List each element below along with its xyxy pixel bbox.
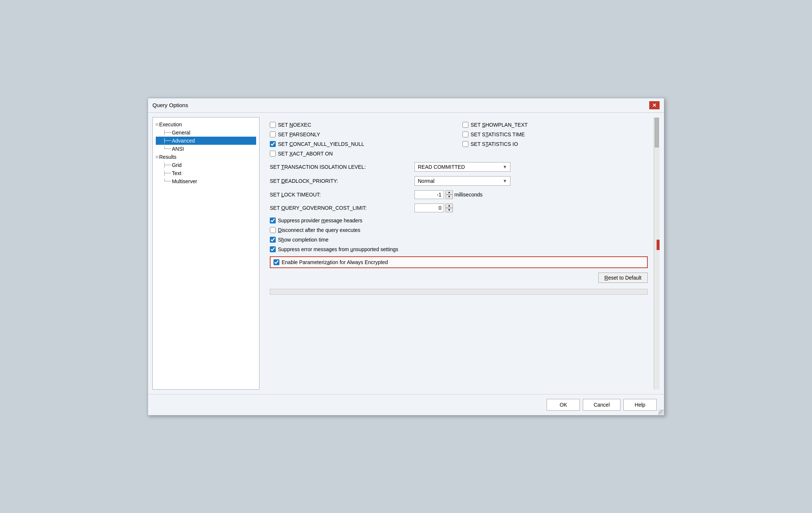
lock-timeout-row: SET LOCK TIMEOUT: ▲ ▼ milliseconds bbox=[270, 188, 648, 201]
tree-label-execution: Execution bbox=[159, 122, 182, 127]
tree-connector-grid: ├── bbox=[163, 163, 171, 168]
query-governor-input[interactable] bbox=[414, 204, 444, 212]
deadlock-priority-select[interactable]: Normal ▼ bbox=[414, 176, 510, 186]
enable-parameterization-row: Enable Parameterization for Always Encry… bbox=[270, 256, 648, 268]
tree-connector-general: ├── bbox=[163, 130, 171, 135]
query-governor-spinner-buttons: ▲ ▼ bbox=[445, 204, 453, 212]
tree-item-results[interactable]: ⊟ Results bbox=[156, 153, 256, 161]
checkbox-suppress-errors[interactable]: Suppress error messages from unsupported… bbox=[270, 246, 398, 252]
checkbox-suppress-msg[interactable]: Suppress provider message headers bbox=[270, 218, 362, 223]
query-governor-spinner: ▲ ▼ bbox=[414, 204, 453, 212]
checkbox-showplan[interactable]: SET SHOWPLAN_TEXT bbox=[462, 122, 528, 128]
tree-item-advanced[interactable]: ├── Advanced bbox=[156, 137, 256, 145]
scrollbar-thumb[interactable] bbox=[655, 118, 659, 147]
tree-connector-execution: ⊟ bbox=[156, 122, 158, 127]
chevron-down-icon: ▼ bbox=[503, 178, 507, 184]
checkbox-noexec[interactable]: SET NOEXEC bbox=[270, 122, 311, 128]
tree-item-general[interactable]: ├── General bbox=[156, 129, 256, 137]
transaction-isolation-value: READ COMMITTED bbox=[418, 164, 465, 170]
lock-timeout-decrement[interactable]: ▼ bbox=[445, 195, 453, 199]
tree-connector-ansi: └── bbox=[163, 146, 171, 151]
query-governor-row: SET QUERY_GOVERNOR_COST_LIMIT: ▲ ▼ bbox=[270, 201, 648, 215]
tree-item-multiserver[interactable]: └── Multiserver bbox=[156, 177, 256, 185]
tree-label-results: Results bbox=[159, 154, 176, 160]
lock-timeout-input[interactable] bbox=[414, 190, 444, 199]
transaction-isolation-row: SET TRANSACTION ISOLATION LEVEL: READ CO… bbox=[270, 160, 648, 174]
checkbox-parseonly[interactable]: SET PARSEONLY bbox=[270, 131, 320, 137]
tree-label-ansi: ANSI bbox=[172, 146, 184, 152]
deadlock-priority-row: SET DEADLOCK_PRIORITY: Normal ▼ bbox=[270, 174, 648, 188]
query-governor-label: SET QUERY_GOVERNOR_COST_LIMIT: bbox=[270, 205, 410, 211]
transaction-isolation-label: SET TRANSACTION ISOLATION LEVEL: bbox=[270, 164, 410, 170]
content-panel: SET NOEXEC SET PARSEONLY bbox=[264, 117, 660, 390]
tree-connector-advanced: ├── bbox=[163, 138, 171, 143]
lock-timeout-label: SET LOCK TIMEOUT: bbox=[270, 192, 410, 198]
tree-label-general: General bbox=[172, 130, 190, 136]
tree-item-execution[interactable]: ⊟ Execution bbox=[156, 120, 256, 129]
checkbox-statistics-time[interactable]: SET STATISTICS TIME bbox=[462, 131, 525, 137]
tree-item-grid[interactable]: ├── Grid bbox=[156, 161, 256, 169]
scroll-content: SET NOEXEC SET PARSEONLY bbox=[264, 117, 654, 390]
tree-panel: ⊟ Execution├── General├── Advanced└── AN… bbox=[152, 117, 259, 390]
tree-label-multiserver: Multiserver bbox=[172, 178, 197, 184]
scrollbar-red-marker bbox=[657, 240, 660, 250]
tree-connector-text: ├── bbox=[163, 171, 171, 176]
checkbox-statistics-io[interactable]: SET STATISTICS IO bbox=[462, 141, 518, 147]
dialog-footer: OK Cancel Help bbox=[148, 394, 664, 415]
dialog-title: Query Options bbox=[152, 102, 188, 108]
tree-item-text[interactable]: ├── Text bbox=[156, 169, 256, 177]
query-governor-increment[interactable]: ▲ bbox=[445, 204, 453, 208]
tree-item-ansi[interactable]: └── ANSI bbox=[156, 145, 256, 153]
checkbox-xact-abort[interactable]: SET XACT_ABORT ON bbox=[270, 151, 333, 157]
checkbox-disconnect[interactable]: Disconnect after the query executes bbox=[270, 227, 360, 233]
deadlock-priority-value: Normal bbox=[418, 178, 434, 184]
close-button[interactable]: ✕ bbox=[649, 101, 660, 109]
lock-timeout-spinner-buttons: ▲ ▼ bbox=[445, 190, 453, 199]
tree-label-text: Text bbox=[172, 170, 182, 176]
deadlock-priority-label: SET DEADLOCK_PRIORITY: bbox=[270, 178, 410, 184]
tree-connector-results: ⊟ bbox=[156, 154, 158, 160]
transaction-isolation-select[interactable]: READ COMMITTED ▼ bbox=[414, 162, 510, 172]
reset-to-default-button[interactable]: Reset to Default bbox=[598, 273, 648, 283]
query-governor-decrement[interactable]: ▼ bbox=[445, 208, 453, 212]
vertical-scrollbar[interactable] bbox=[654, 117, 660, 390]
horizontal-scrollbar[interactable] bbox=[270, 289, 648, 295]
checkbox-concat-null[interactable]: SET CONCAT_NULL_YIELDS_NULL bbox=[270, 141, 364, 147]
enable-parameterization-label: Enable Parameterization for Always Encry… bbox=[282, 259, 388, 265]
checkbox-enable-parameterization[interactable] bbox=[273, 259, 279, 265]
help-button[interactable]: Help bbox=[623, 399, 657, 411]
tree-label-grid: Grid bbox=[172, 162, 182, 168]
cancel-button[interactable]: Cancel bbox=[583, 399, 620, 411]
reset-button-label: Reset to Default bbox=[605, 275, 641, 281]
lock-timeout-unit: milliseconds bbox=[454, 192, 482, 198]
checkbox-show-completion[interactable]: Show completion time bbox=[270, 237, 328, 243]
tree-label-advanced: Advanced bbox=[172, 138, 195, 144]
lock-timeout-spinner: ▲ ▼ milliseconds bbox=[414, 190, 482, 199]
tree-connector-multiserver: └── bbox=[163, 179, 171, 184]
lock-timeout-increment[interactable]: ▲ bbox=[445, 190, 453, 195]
resize-handle[interactable] bbox=[658, 410, 664, 415]
chevron-down-icon: ▼ bbox=[503, 164, 507, 170]
ok-button[interactable]: OK bbox=[547, 399, 580, 411]
